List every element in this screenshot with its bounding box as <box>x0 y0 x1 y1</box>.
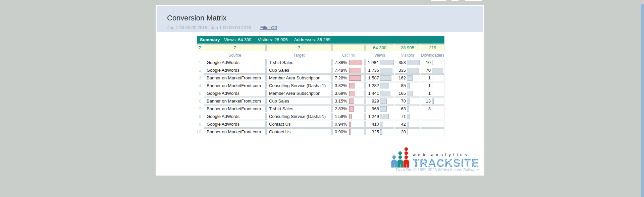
views-cell: 325 <box>365 128 394 135</box>
crt-bar <box>349 60 362 65</box>
views-bar <box>380 129 382 135</box>
downloaders-bar <box>432 91 432 96</box>
column-header-target[interactable]: Target <box>293 53 305 58</box>
crt-cell: 2.83% <box>332 105 365 112</box>
crt-bar <box>349 98 354 104</box>
scrollbar[interactable] <box>641 4 644 197</box>
visitors-cell: 162 <box>395 74 420 81</box>
target-cell: Cup Sales <box>266 67 332 74</box>
crt-value: 3.82% <box>335 83 348 88</box>
report-card: Conversion Matrix Jan 1 00:00:00 2015 - … <box>156 5 484 176</box>
visitors-value: 20 <box>397 129 406 134</box>
target-cell: Consulting Service (Dasha 1) <box>266 113 332 120</box>
visitors-bar <box>407 114 410 119</box>
visitors-bar <box>407 60 420 65</box>
visitors-value: 165 <box>397 91 406 96</box>
date-range-text: Jan 1 00:00:00 2015 - Jan 1 00:00:00 201… <box>167 25 251 30</box>
sigma-symbol: Σ <box>197 44 203 51</box>
downloaders-bar <box>432 60 433 65</box>
views-cell: 1 249 <box>365 113 394 120</box>
visitors-value: 353 <box>397 60 406 65</box>
crt-cell: 7.28% <box>332 74 365 81</box>
total-views: 64 300 <box>365 44 394 51</box>
crt-value: 0.90% <box>335 129 348 134</box>
top-nav-link[interactable] <box>451 0 459 1</box>
row-number: 8 <box>197 113 203 120</box>
visitors-value: 70 <box>397 98 406 104</box>
column-header-crt[interactable]: CRT % <box>342 53 355 58</box>
summary-visitors: Visitors: 28 905 <box>258 37 287 42</box>
tracksite-logo[interactable]: web analytics TRACKSITE <box>391 147 479 168</box>
downloaders-value: 1 <box>423 91 431 96</box>
column-header-views[interactable]: Views <box>374 53 385 58</box>
filter-off-link[interactable]: Filter Off <box>260 25 277 30</box>
table-row: 8 Google AdWords Consulting Service (Das… <box>197 113 444 120</box>
views-bar <box>380 91 390 96</box>
target-cell: Consulting Service (Dasha 1) <box>266 82 332 89</box>
views-cell: 410 <box>365 121 394 128</box>
visitors-cell: 42 <box>395 121 420 128</box>
views-value: 1 249 <box>368 114 379 119</box>
crt-bar <box>349 83 355 88</box>
table-row: 2 Google AdWords Cup Sales 7.48% 1 736 3… <box>197 67 444 74</box>
column-header-spacer <box>197 52 203 58</box>
people-bars-icon <box>391 147 409 168</box>
downloaders-bar <box>432 83 432 88</box>
crt-value: 0.94% <box>335 122 348 127</box>
crt-value: 7.28% <box>335 75 348 80</box>
table-row: 6 Banner on MarketFront.com Cup Sales 3.… <box>197 97 444 105</box>
crt-cell: 7.89% <box>332 59 365 66</box>
crt-bar <box>349 122 351 127</box>
visitors-bar <box>407 98 410 104</box>
source-cell: Google AdWords <box>204 113 266 120</box>
downloaders-value: 3 <box>423 106 431 111</box>
crt-bar <box>349 106 354 112</box>
views-bar <box>380 122 383 127</box>
target-cell: Contact Us <box>266 121 332 128</box>
summary-views: Views: 64 300 <box>224 37 251 42</box>
separator: — <box>253 25 258 30</box>
views-value: 968 <box>368 106 379 111</box>
crt-bar <box>349 75 361 81</box>
views-cell: 929 <box>365 97 394 105</box>
target-cell: Member Area Subscription <box>266 74 332 81</box>
visitors-value: 335 <box>397 68 406 73</box>
source-cell: Banner on MarketFront.com <box>204 97 266 105</box>
top-nav-link[interactable] <box>431 0 446 1</box>
visitors-cell: 63 <box>395 105 420 112</box>
downloaders-cell <box>421 121 444 128</box>
summary-bar: Summary Views: 64 300 Visitors: 28 905 A… <box>197 36 444 44</box>
top-nav-link[interactable] <box>465 0 482 1</box>
source-cell: Banner on MarketFront.com <box>204 74 266 81</box>
column-header-visitors[interactable]: Visitors <box>401 53 414 58</box>
visitors-bar <box>407 122 409 127</box>
crt-bar <box>349 129 351 135</box>
visitors-cell: 85 <box>395 82 420 89</box>
downloaders-value: 1 <box>423 83 431 88</box>
visitors-value: 42 <box>397 122 406 127</box>
crt-cell: 1.59% <box>332 113 365 120</box>
downloaders-cell: 70 <box>421 67 444 74</box>
table-body: 1 Google AdWords T-shirt Sales 7.89% 1 9… <box>197 59 444 135</box>
source-cell: Banner on MarketFront.com <box>204 82 266 89</box>
totals-row: Σ 7 7 64 300 28 905 219 <box>197 44 444 51</box>
column-header-downloaders[interactable]: Downloaders <box>421 53 444 58</box>
views-cell: 1 984 <box>365 59 394 66</box>
views-value: 325 <box>368 129 379 134</box>
crt-bar <box>349 68 361 73</box>
total-targets: 7 <box>266 44 332 51</box>
table-row: 7 Banner on MarketFront.com T-shirt Sale… <box>197 105 444 112</box>
summary-addresses: Addresses: 36 289 <box>294 37 330 42</box>
date-range: Jan 1 00:00:00 2015 - Jan 1 00:00:00 201… <box>167 25 277 30</box>
crt-value: 1.59% <box>335 114 348 119</box>
source-cell: Google AdWords <box>204 67 266 74</box>
views-bar <box>380 106 387 112</box>
views-cell: 1 282 <box>365 82 394 89</box>
table-row: 3 Banner on MarketFront.com Member Area … <box>197 74 444 81</box>
visitors-value: 63 <box>397 106 406 111</box>
crt-value: 3.69% <box>335 91 348 96</box>
visitors-cell: 70 <box>395 97 420 105</box>
column-header-source[interactable]: Source <box>228 53 241 58</box>
crt-cell: 7.48% <box>332 67 365 74</box>
logo-name: TRACKSITE <box>413 158 479 168</box>
